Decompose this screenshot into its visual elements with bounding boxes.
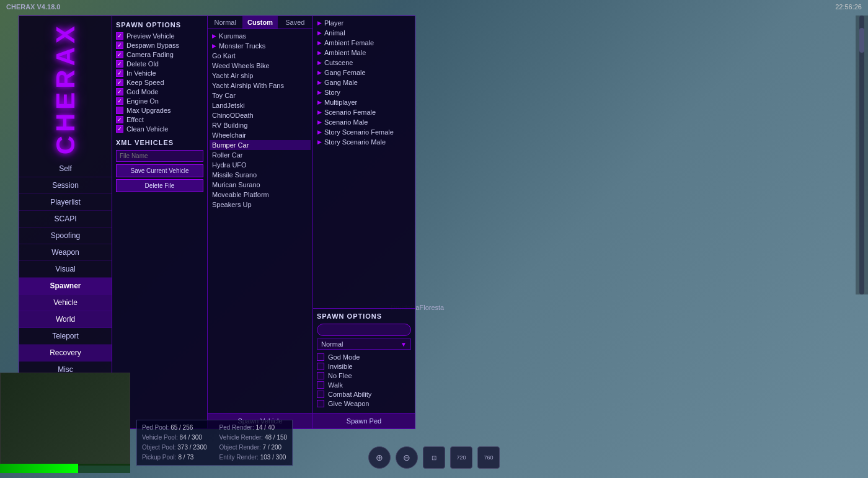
rotate-760-button[interactable]: 760 — [477, 446, 500, 469]
checkbox-icon: ✓ — [116, 42, 123, 49]
vehicle-item[interactable]: Bumper Car — [210, 140, 311, 150]
sidebar-item-weapon[interactable]: Weapon — [19, 244, 112, 261]
ped-item-ambient-female[interactable]: ▶Ambient Female — [315, 38, 413, 48]
spawn-checkbox-camera-fading[interactable]: ✓Camera Fading — [116, 51, 203, 58]
sidebar-item-vehicle[interactable]: Vehicle — [19, 294, 112, 311]
spawn-checkbox-effect[interactable]: ✓Effect — [116, 116, 203, 123]
vehicle-category-kurumas[interactable]: ▶Kurumas — [210, 31, 311, 41]
ped-item-gang-female[interactable]: ▶Gang Female — [315, 68, 413, 77]
sidebar-item-world[interactable]: World — [19, 311, 112, 328]
vehicle-item[interactable]: Yacht Air ship — [210, 71, 311, 81]
vehicle-item[interactable]: LandJetski — [210, 100, 311, 110]
arrow-icon: ▶ — [317, 139, 322, 145]
hud-label: Vehicle Pool: — [142, 434, 178, 441]
radius-input[interactable]: Radius 5.0 — [317, 324, 411, 336]
checkbox-icon: ✓ — [116, 79, 123, 86]
ped-item-ambient-male[interactable]: ▶Ambient Male — [315, 48, 413, 58]
scrollbar-thumb[interactable] — [859, 28, 864, 53]
sidebar-item-spoofing[interactable]: Spoofing — [19, 228, 112, 244]
arrow-icon: ▶ — [212, 43, 216, 49]
sidebar-item-session[interactable]: Session — [19, 177, 112, 194]
vehicle-item[interactable]: Weed Wheels Bike — [210, 61, 311, 71]
arrow-icon: ▶ — [212, 33, 216, 39]
vehicle-item[interactable]: Missile Surano — [210, 170, 311, 180]
spawn-checkbox-keep-speed[interactable]: ✓Keep Speed — [116, 79, 203, 86]
spawn-checkbox-preview-vehicle[interactable]: ✓Preview Vehicle — [116, 32, 203, 40]
zoom-out-button[interactable]: ⊖ — [396, 446, 418, 469]
sidebar-item-spawner[interactable]: Spawner — [19, 278, 112, 294]
sidebar-item-recovery[interactable]: Recovery — [19, 345, 112, 361]
xml-section: XML VEHICLES Save Current Vehicle Delete… — [116, 139, 203, 192]
cherax-logo: CHERAX — [51, 16, 81, 161]
sidebar-item-teleport[interactable]: Teleport — [19, 328, 112, 345]
hud-label: Ped Render: — [219, 424, 254, 431]
ped-item-player[interactable]: ▶Player — [315, 18, 413, 28]
vehicle-item[interactable]: Moveable Platform — [210, 190, 311, 200]
ped-item-cutscene[interactable]: ▶Cutscene — [315, 58, 413, 68]
ped-item-animal[interactable]: ▶Animal — [315, 28, 413, 38]
mode-dropdown[interactable]: Normal ▼ — [317, 339, 411, 350]
sidebar-item-scapi[interactable]: SCAPI — [19, 211, 112, 228]
spawn-checkbox-in-vehicle[interactable]: ✓In Vehicle — [116, 69, 203, 77]
tab-custom[interactable]: Custom — [242, 16, 277, 29]
arrow-icon: ▶ — [317, 79, 322, 86]
spawn-checkbox-engine-on[interactable]: ✓Engine On — [116, 97, 203, 105]
checkbox-label: Max Upgrades — [126, 107, 171, 114]
vehicle-item[interactable]: ChinoODeath — [210, 110, 311, 120]
vehicle-item[interactable]: Yacht Airship With Fans — [210, 81, 311, 91]
spawn-ped-button[interactable]: Spawn Ped — [313, 413, 415, 428]
checkbox-label: In Vehicle — [126, 69, 156, 77]
tab-saved[interactable]: Saved — [278, 16, 312, 29]
vehicle-item[interactable]: Speakers Up — [210, 200, 311, 210]
rotate-720-button[interactable]: 720 — [450, 446, 472, 469]
vehicle-tab-bar: NormalCustomSaved — [208, 16, 312, 29]
bottom-hud: Ped Pool: 65 / 256Vehicle Pool: 84 / 300… — [136, 420, 293, 466]
ped-item-scenario-male[interactable]: ▶Scenario Male — [315, 117, 413, 127]
screenshot-button[interactable]: ⊡ — [423, 446, 445, 469]
vehicle-item[interactable]: Wheelchair — [210, 130, 311, 140]
ped-item-story-scenario-male[interactable]: ▶Story Scenario Male — [315, 137, 413, 147]
vehicle-item[interactable]: Roller Car — [210, 150, 311, 160]
sidebar: CHERAX SelfSessionPlayerlistSCAPISpoofin… — [19, 15, 112, 429]
ped-checkbox-invisible[interactable]: Invisible — [317, 363, 411, 370]
spawn-checkbox-despawn-bypass[interactable]: ✓Despawn Bypass — [116, 42, 203, 49]
vehicle-item[interactable]: Murican Surano — [210, 180, 311, 190]
vehicle-item[interactable]: RV Building — [210, 120, 311, 130]
file-name-input[interactable] — [116, 150, 203, 162]
vehicle-item[interactable]: Go Kart — [210, 51, 311, 61]
checkbox-label: Delete Old — [126, 60, 159, 68]
spawn-checkbox-clean-vehicle[interactable]: ✓Clean Vehicle — [116, 125, 203, 133]
save-vehicle-btn[interactable]: Save Current Vehicle — [116, 164, 203, 177]
hud-label: Entity Render: — [219, 454, 259, 461]
ped-checkbox-god-mode[interactable]: God Mode — [317, 353, 411, 361]
tab-normal[interactable]: Normal — [208, 16, 242, 29]
arrow-icon: ▶ — [317, 30, 322, 36]
bottom-controls: ⊕ ⊖ ⊡ 720 760 — [368, 446, 500, 469]
ped-item-gang-male[interactable]: ▶Gang Male — [315, 77, 413, 87]
hud-row: Ped Render: 14 / 40 — [219, 423, 288, 433]
ped-item-story[interactable]: ▶Story — [315, 87, 413, 97]
ped-checkbox-no-flee[interactable]: No Flee — [317, 372, 411, 379]
ped-item-multiplayer[interactable]: ▶Multiplayer — [315, 97, 413, 107]
ped-checkbox-walk[interactable]: Walk — [317, 381, 411, 389]
ped-item-story-scenario-female[interactable]: ▶Story Scenario Female — [315, 127, 413, 137]
sidebar-item-playerlist[interactable]: Playerlist — [19, 194, 112, 211]
vehicle-category-monster-trucks[interactable]: ▶Monster Trucks — [210, 41, 311, 51]
ped-item-scenario-female[interactable]: ▶Scenario Female — [315, 107, 413, 117]
vehicle-item[interactable]: Hydra UFO — [210, 160, 311, 170]
spawn-checkbox-god-mode[interactable]: ✓God Mode — [116, 88, 203, 95]
zoom-in-button[interactable]: ⊕ — [368, 446, 391, 469]
app-time: 22:56:26 — [835, 3, 862, 11]
ped-checkboxes: God ModeInvisibleNo FleeWalkCombat Abili… — [317, 353, 411, 407]
ped-checkbox-box — [317, 363, 324, 370]
checkbox-icon: ✓ — [116, 51, 123, 58]
ped-checkbox-combat-ability[interactable]: Combat Ability — [317, 391, 411, 398]
sidebar-item-visual[interactable]: Visual — [19, 261, 112, 278]
vehicle-item[interactable]: Toy Car — [210, 91, 311, 100]
spawn-checkbox-max-upgrades[interactable]: Max Upgrades — [116, 107, 203, 114]
spawn-checkbox-delete-old[interactable]: ✓Delete Old — [116, 60, 203, 68]
right-scrollbar[interactable] — [856, 15, 868, 294]
ped-checkbox-give-weapon[interactable]: Give Weapon — [317, 400, 411, 407]
delete-file-btn[interactable]: Delete File — [116, 179, 203, 192]
sidebar-item-self[interactable]: Self — [19, 161, 112, 177]
